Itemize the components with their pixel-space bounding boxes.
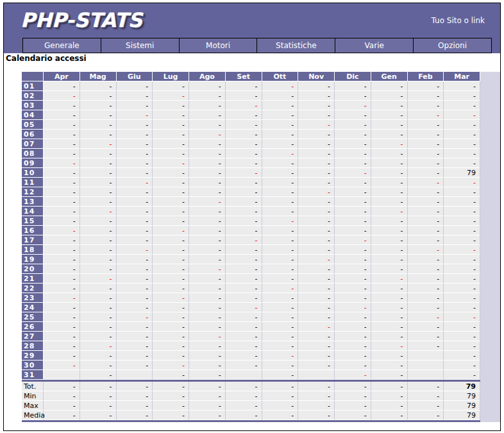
nav-button-motori[interactable]: Motori xyxy=(179,38,258,53)
calendar-cell: - xyxy=(189,149,226,158)
month-header-ago: Ago xyxy=(189,72,226,81)
calendar-cell: - xyxy=(80,130,117,139)
site-link[interactable]: Tuo Sito o link xyxy=(432,16,485,25)
calendar-cell: - xyxy=(44,274,80,284)
summary-value: - xyxy=(44,382,80,391)
calendar-cell: - xyxy=(153,312,189,322)
calendar-cell: - xyxy=(189,91,226,101)
calendar-cell: - xyxy=(80,168,117,178)
calendar-cell: - xyxy=(117,130,153,139)
calendar-cell: - xyxy=(444,235,480,245)
calendar-cell: - xyxy=(44,149,80,158)
month-header-row: AprMagGiuLugAgoSetOttNovDicGenFebMar xyxy=(22,72,480,81)
calendar-cell: - xyxy=(117,158,153,168)
calendar-cell: - xyxy=(371,341,408,351)
calendar-cell: - xyxy=(408,245,444,255)
summary-value: - xyxy=(408,411,444,420)
calendar-cell: - xyxy=(226,303,262,312)
calendar-cell: - xyxy=(408,274,444,284)
month-header-mag: Mag xyxy=(80,72,117,81)
calendar-cell: - xyxy=(262,187,299,197)
calendar-cell: - xyxy=(226,139,262,149)
day-label: 17 xyxy=(22,235,44,245)
nav-button-opzioni[interactable]: Opzioni xyxy=(413,38,492,53)
calendar-cell: - xyxy=(117,341,153,351)
calendar-cell: - xyxy=(80,245,117,255)
calendar-cell: - xyxy=(408,264,444,274)
calendar-cell: - xyxy=(153,361,189,370)
calendar-cell: - xyxy=(444,81,480,91)
calendar-cell: - xyxy=(262,274,299,284)
calendar-cell: - xyxy=(117,216,153,226)
day-label: 02 xyxy=(22,91,44,101)
calendar-cell: - xyxy=(335,322,371,332)
summary-value: - xyxy=(226,391,262,401)
calendar-cell: - xyxy=(117,226,153,235)
calendar-cell: - xyxy=(262,81,299,91)
calendar-cell: - xyxy=(153,274,189,284)
nav-button-sistemi[interactable]: Sistemi xyxy=(101,38,180,53)
nav-button-varie[interactable]: Varie xyxy=(335,38,414,53)
summary-value: 79 xyxy=(444,411,480,420)
calendar-cell: - xyxy=(262,207,299,216)
summary-value: - xyxy=(408,391,444,401)
calendar-cell: - xyxy=(408,110,444,120)
calendar-cell: - xyxy=(371,158,408,168)
calendar-cell: - xyxy=(117,235,153,245)
calendar-cell: - xyxy=(117,81,153,91)
day-label: 28 xyxy=(22,341,44,351)
summary-value: - xyxy=(298,401,335,411)
calendar-cell: - xyxy=(371,370,408,380)
calendar-cell: - xyxy=(153,216,189,226)
calendar-cell: - xyxy=(117,149,153,158)
calendar-cell: - xyxy=(189,207,226,216)
calendar-cell: - xyxy=(262,264,299,274)
calendar-cell: - xyxy=(226,91,262,101)
day-row: 15------------ xyxy=(22,216,480,226)
calendar-cell: - xyxy=(408,226,444,235)
calendar-cell: - xyxy=(44,255,80,264)
calendar-cell: - xyxy=(408,197,444,207)
day-row: 21------------ xyxy=(22,274,480,284)
calendar-cell: - xyxy=(80,216,117,226)
calendar-cell: - xyxy=(153,187,189,197)
calendar-cell: - xyxy=(298,197,335,207)
calendar-cell: - xyxy=(298,332,335,341)
calendar-cell: - xyxy=(80,293,117,303)
calendar-cell: - xyxy=(408,120,444,130)
calendar-cell: - xyxy=(408,158,444,168)
calendar-cell: - xyxy=(117,168,153,178)
day-row: 13------------ xyxy=(22,197,480,207)
day-label: 26 xyxy=(22,322,44,332)
calendar-cell: - xyxy=(335,361,371,370)
nav-button-statistiche[interactable]: Statistiche xyxy=(256,38,335,53)
calendar-cell: - xyxy=(298,120,335,130)
calendar-cell: - xyxy=(44,168,80,178)
calendar-cell: - xyxy=(444,149,480,158)
calendar-cell: - xyxy=(371,187,408,197)
calendar-cell xyxy=(226,370,262,380)
calendar-cell: - xyxy=(189,110,226,120)
calendar-cell: - xyxy=(262,178,299,187)
day-label: 12 xyxy=(22,187,44,197)
summary-value: - xyxy=(298,411,335,420)
day-label: 27 xyxy=(22,332,44,341)
calendar-cell: - xyxy=(226,351,262,361)
nav-button-generale[interactable]: Generale xyxy=(22,38,101,53)
calendar-cell: - xyxy=(262,293,299,303)
summary-label: Min xyxy=(22,391,44,401)
calendar-cell: - xyxy=(262,120,299,130)
calendar-cell: - xyxy=(408,91,444,101)
calendar-cell: - xyxy=(298,293,335,303)
calendar-cell: - xyxy=(444,120,480,130)
day-row: 06------------ xyxy=(22,130,480,139)
month-header-mar: Mar xyxy=(444,72,480,81)
calendar-cell: - xyxy=(371,293,408,303)
calendar-cell: - xyxy=(298,284,335,293)
day-label: 08 xyxy=(22,149,44,158)
separator-line xyxy=(22,420,480,422)
calendar-cell: - xyxy=(189,139,226,149)
day-row: 24------------ xyxy=(22,303,480,312)
calendar-cell: - xyxy=(371,264,408,274)
calendar-cell: - xyxy=(408,341,444,351)
